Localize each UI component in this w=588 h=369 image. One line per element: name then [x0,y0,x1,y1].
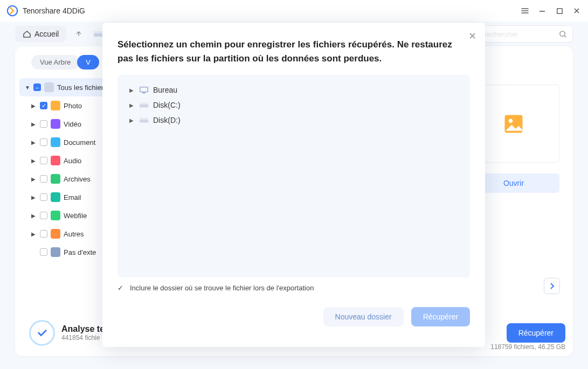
modal-heading: Sélectionnez un chemin pour enregistrer … [117,38,470,65]
disk-icon [139,101,149,109]
include-folder-checkbox[interactable]: ✓ [117,284,126,292]
caret-icon: ▶ [129,117,135,123]
destination-tree: ▶Bureau▶Disk(C:)▶Disk(D:) [117,75,470,277]
caret-icon: ▶ [129,87,135,93]
svg-rect-8 [142,93,145,94]
disk-icon [139,116,149,124]
desktop-icon [139,86,149,94]
new-folder-button[interactable]: Nouveau dossier [323,307,404,326]
svg-rect-11 [140,120,148,122]
destination-label: Disk(D:) [153,116,181,124]
include-folder-label: Inclure le dossier où se trouve le fichi… [130,284,314,292]
svg-rect-9 [140,105,148,107]
destination-diskd[interactable]: ▶Disk(D:) [127,113,460,128]
destination-label: Disk(C:) [153,101,181,109]
destination-label: Bureau [153,86,177,94]
destination-diskc[interactable]: ▶Disk(C:) [127,98,460,113]
destination-bureau[interactable]: ▶Bureau [127,82,460,98]
close-modal-button[interactable]: ✕ [468,30,476,42]
svg-rect-7 [140,87,148,92]
svg-rect-12 [140,118,148,120]
svg-rect-10 [140,103,148,105]
caret-icon: ▶ [129,102,135,108]
modal-recover-button[interactable]: Récupérer [411,307,470,326]
save-path-modal: ✕ Sélectionnez un chemin pour enregistre… [102,23,485,347]
